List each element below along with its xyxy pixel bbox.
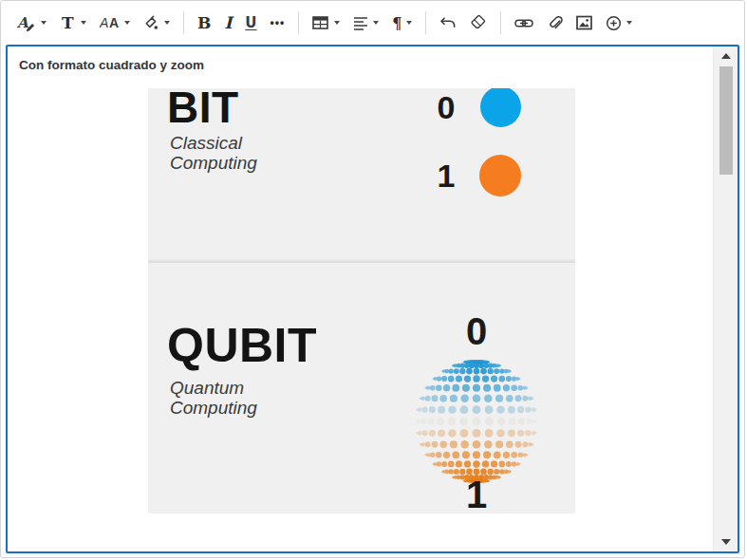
- triangle-up-icon: [721, 53, 731, 59]
- qubit-zero-label: 0: [448, 310, 505, 352]
- toolbar-separator: [500, 11, 501, 34]
- paperclip-icon: [547, 15, 563, 31]
- svg-text:A: A: [109, 15, 119, 30]
- format-pen-icon: A: [17, 14, 36, 31]
- triangle-down-icon: [721, 539, 731, 545]
- table-icon: [312, 15, 329, 30]
- underline-icon: U: [245, 14, 256, 31]
- qubit-one-label: 1: [448, 474, 505, 513]
- editor-frame: Con formato cuadrado y zoom BIT Classica…: [6, 45, 739, 553]
- insert-image-button[interactable]: [570, 8, 599, 38]
- attachment-button[interactable]: [540, 8, 570, 38]
- toolbar-separator: [298, 11, 299, 34]
- editor-content-area[interactable]: Con formato cuadrado y zoom BIT Classica…: [8, 47, 713, 551]
- qubit-title: QUBIT: [167, 322, 317, 369]
- bit-qubit-figure[interactable]: BIT Classical Computing 0 1 QUBIT Quantu…: [148, 88, 575, 513]
- toolbar-separator: [425, 11, 426, 34]
- eraser-icon: [470, 15, 487, 30]
- typography-button[interactable]: T: [53, 8, 93, 38]
- bit-one-label: 1: [429, 155, 463, 196]
- qubit-subtitle: Quantum Computing: [170, 378, 257, 418]
- bit-one-dot: [479, 155, 521, 196]
- link-icon: [514, 16, 533, 30]
- clear-format-button[interactable]: [463, 8, 494, 38]
- paragraph-icon: ¶: [392, 14, 402, 32]
- image-icon: [576, 15, 592, 30]
- chevron-down-icon: [164, 21, 170, 25]
- more-options-button[interactable]: •••: [264, 8, 292, 38]
- bit-zero-label: 0: [429, 88, 463, 128]
- align-button[interactable]: [346, 8, 385, 38]
- typography-icon: T: [60, 14, 76, 31]
- align-icon: [353, 15, 368, 30]
- chevron-down-icon: [334, 21, 340, 25]
- undo-button[interactable]: [433, 8, 463, 38]
- vertical-scrollbar[interactable]: [713, 47, 738, 551]
- font-icon: A A: [100, 14, 120, 31]
- chevron-down-icon: [81, 21, 86, 25]
- plus-circle-icon: [606, 15, 622, 31]
- fill-color-icon: [143, 15, 159, 31]
- insert-more-button[interactable]: [599, 8, 639, 38]
- document-caption: Con formato cuadrado y zoom: [19, 57, 703, 74]
- bit-title: BIT: [167, 88, 239, 129]
- bold-button[interactable]: B: [191, 8, 217, 38]
- font-button[interactable]: A A: [93, 8, 137, 38]
- editor-window: A T A A: [0, 0, 745, 558]
- italic-icon: I: [224, 15, 232, 31]
- fill-color-button[interactable]: [137, 8, 177, 38]
- more-options-icon: •••: [271, 16, 286, 29]
- scrollbar-thumb[interactable]: [719, 66, 733, 175]
- format-pen-button[interactable]: A: [10, 8, 53, 38]
- bit-section: BIT Classical Computing 0 1: [148, 88, 575, 259]
- chevron-down-icon: [373, 21, 379, 25]
- chevron-down-icon: [406, 21, 412, 25]
- qubit-section: QUBIT Quantum Computing 0 1: [148, 263, 575, 513]
- italic-button[interactable]: I: [217, 8, 238, 38]
- qubit-sphere-graphic: [410, 355, 543, 488]
- toolbar: A T A A: [1, 1, 744, 45]
- undo-icon: [439, 15, 457, 30]
- bold-icon: B: [197, 15, 211, 31]
- link-button[interactable]: [508, 8, 540, 38]
- toolbar-separator: [183, 11, 184, 34]
- svg-text:T: T: [62, 14, 74, 31]
- scrollbar-up-button[interactable]: [714, 47, 738, 65]
- bit-subtitle: Classical Computing: [170, 133, 257, 173]
- underline-button[interactable]: U: [238, 8, 263, 38]
- chevron-down-icon: [124, 21, 130, 25]
- chevron-down-icon: [626, 21, 632, 25]
- paragraph-button[interactable]: ¶: [385, 8, 419, 38]
- table-button[interactable]: [306, 8, 346, 38]
- scrollbar-down-button[interactable]: [714, 532, 738, 551]
- svg-text:A: A: [100, 15, 108, 30]
- bit-zero-dot: [480, 88, 521, 127]
- chevron-down-icon: [41, 21, 47, 25]
